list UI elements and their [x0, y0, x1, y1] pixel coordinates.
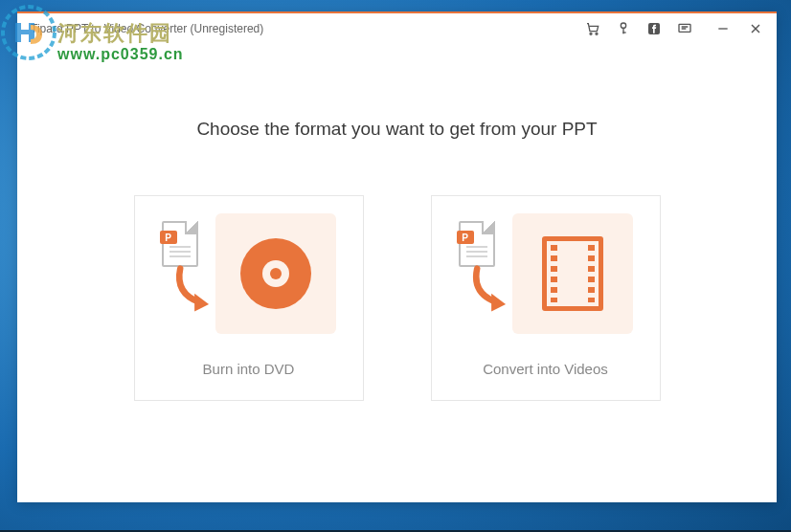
video-icon-area: P [459, 213, 633, 334]
burn-dvd-card[interactable]: P Burn into DVD [134, 195, 364, 401]
option-row: P Burn into DVD P [134, 195, 661, 401]
feedback-icon[interactable] [677, 21, 692, 36]
svg-point-1 [596, 33, 598, 34]
video-option-label: Convert into Videos [483, 361, 608, 377]
dvd-disc-icon [240, 238, 311, 309]
svg-rect-6 [679, 24, 690, 32]
dvd-tile [215, 213, 336, 334]
arrow-icon [466, 263, 520, 317]
arrow-icon [170, 263, 223, 317]
dvd-icon-area: P [162, 213, 336, 334]
dvd-option-label: Burn into DVD [203, 361, 295, 377]
cart-icon[interactable] [585, 21, 600, 36]
main-content: Choose the format you want to get from y… [17, 44, 777, 502]
video-tile [512, 213, 633, 334]
svg-point-2 [621, 23, 625, 28]
app-window: Tipard PPT to Video Converter (Unregiste… [17, 11, 777, 502]
minimize-button[interactable] [715, 21, 731, 36]
convert-video-card[interactable]: P Convert into Videos [431, 195, 661, 401]
facebook-icon[interactable] [646, 21, 662, 36]
close-button[interactable] [748, 21, 763, 36]
title-controls [585, 21, 763, 36]
film-strip-icon [542, 236, 603, 311]
page-heading: Choose the format you want to get from y… [196, 119, 597, 140]
svg-rect-4 [622, 32, 625, 33]
watermark-text-cn: 河东软件园 [57, 19, 172, 48]
ppt-file-icon: P [162, 221, 198, 267]
watermark-url: www.pc0359.cn [57, 46, 184, 63]
ppt-file-icon: P [459, 221, 495, 267]
key-icon[interactable] [616, 21, 631, 36]
watermark-logo [0, 4, 57, 61]
svg-point-0 [590, 33, 592, 34]
